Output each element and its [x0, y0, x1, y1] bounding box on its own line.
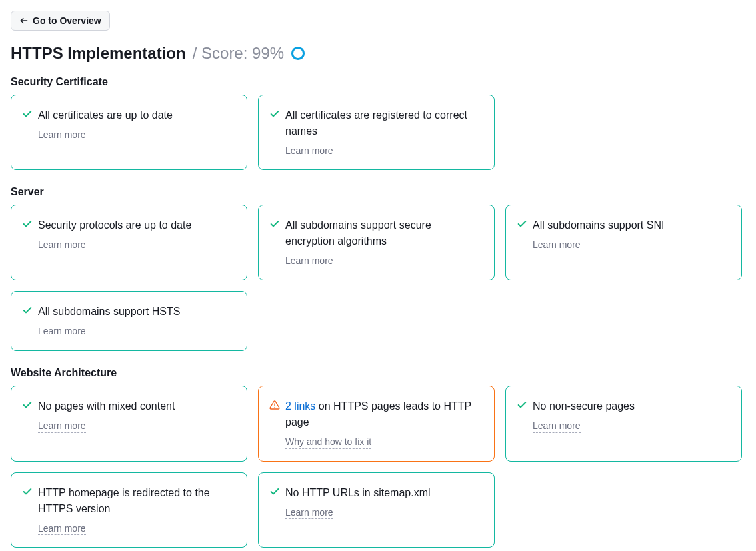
card-title: 2 links on HTTPS pages leads to HTTP pag… — [285, 398, 482, 430]
page-score: / Score: 99% — [193, 44, 284, 63]
learn-more-link[interactable]: Learn more — [533, 239, 581, 251]
section-website-architecture: Website Architecture No pages with mixed… — [11, 367, 745, 547]
learn-more-link[interactable]: Learn more — [285, 145, 333, 157]
card-title: All subdomains support HSTS — [38, 304, 235, 320]
check-icon — [517, 400, 527, 410]
section-server: Server Security protocols are up to date… — [11, 186, 745, 351]
svg-point-2 — [293, 47, 304, 59]
check-icon — [22, 486, 33, 497]
card-title: No HTTP URLs in sitemap.xml — [285, 485, 482, 501]
card-no-mixed-content: No pages with mixed content Learn more — [11, 386, 247, 461]
card-grid: All certificates are up to date Learn mo… — [11, 95, 745, 170]
learn-more-link[interactable]: Learn more — [38, 420, 86, 432]
section-title: Website Architecture — [11, 367, 745, 379]
card-no-http-sitemap: No HTTP URLs in sitemap.xml Learn more — [258, 472, 495, 548]
learn-more-link[interactable]: Learn more — [38, 239, 86, 251]
card-title: All certificates are up to date — [38, 107, 235, 123]
learn-more-link[interactable]: Learn more — [38, 325, 86, 338]
check-icon — [269, 486, 280, 497]
card-certificates-correct-names: All certificates are registered to corre… — [258, 95, 495, 170]
card-title: All subdomains support SNI — [533, 217, 729, 233]
card-secure-encryption: All subdomains support secure encryption… — [258, 205, 495, 280]
card-no-non-secure-pages: No non-secure pages Learn more — [505, 386, 742, 461]
card-grid: Security protocols are up to date Learn … — [11, 205, 745, 351]
learn-more-link[interactable]: Learn more — [38, 522, 86, 535]
learn-more-link[interactable]: Learn more — [38, 129, 86, 141]
section-security-certificate: Security Certificate All certificates ar… — [11, 76, 745, 170]
card-title: No non-secure pages — [533, 398, 729, 414]
check-icon — [269, 109, 280, 119]
learn-more-link[interactable]: Learn more — [533, 420, 581, 432]
card-support-sni: All subdomains support SNI Learn more — [505, 205, 742, 280]
check-icon — [517, 219, 527, 229]
page-title: HTTPS Implementation — [11, 44, 186, 63]
check-icon — [22, 400, 33, 410]
learn-more-link[interactable]: Learn more — [285, 506, 333, 519]
card-title: All certificates are registered to corre… — [285, 107, 482, 139]
check-icon — [22, 109, 33, 119]
page-heading: HTTPS Implementation / Score: 99% — [11, 44, 745, 63]
card-http-redirect: HTTP homepage is redirected to the HTTPS… — [11, 472, 247, 548]
warning-triangle-icon — [269, 400, 280, 410]
issue-count-link[interactable]: 2 links — [285, 400, 315, 412]
card-certificates-up-to-date: All certificates are up to date Learn mo… — [11, 95, 247, 170]
section-title: Server — [11, 186, 745, 198]
why-and-how-link[interactable]: Why and how to fix it — [285, 436, 371, 448]
card-title: No pages with mixed content — [38, 398, 235, 414]
check-icon — [269, 219, 280, 229]
learn-more-link[interactable]: Learn more — [285, 255, 333, 267]
check-icon — [22, 305, 33, 316]
card-support-hsts: All subdomains support HSTS Learn more — [11, 291, 247, 351]
card-title: HTTP homepage is redirected to the HTTPS… — [38, 485, 235, 517]
check-icon — [22, 219, 33, 229]
back-button-label: Go to Overview — [33, 15, 101, 26]
back-to-overview-button[interactable]: Go to Overview — [11, 11, 110, 31]
section-title: Security Certificate — [11, 76, 745, 88]
card-title: Security protocols are up to date — [38, 217, 235, 233]
arrow-left-icon — [19, 16, 29, 25]
card-security-protocols: Security protocols are up to date Learn … — [11, 205, 247, 280]
card-https-to-http-links: 2 links on HTTPS pages leads to HTTP pag… — [258, 386, 495, 461]
card-grid: No pages with mixed content Learn more 2… — [11, 386, 745, 547]
score-ring-icon — [291, 46, 305, 61]
card-title: All subdomains support secure encryption… — [285, 217, 482, 249]
